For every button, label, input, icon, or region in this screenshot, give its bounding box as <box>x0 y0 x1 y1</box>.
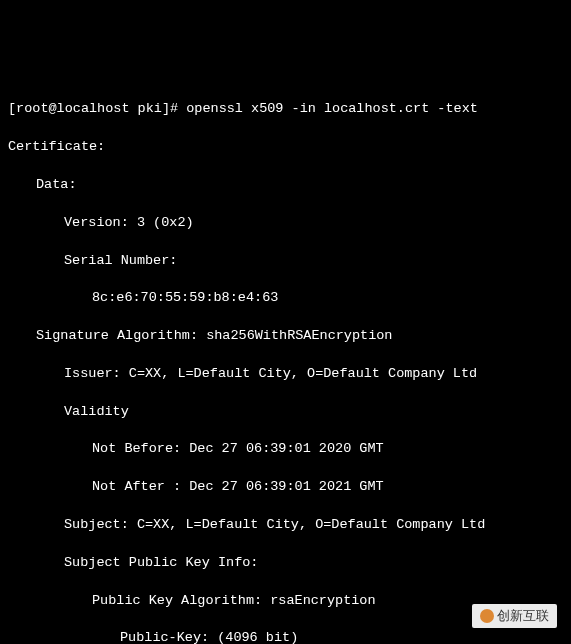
not-after-line: Not After : Dec 27 06:39:01 2021 GMT <box>8 478 563 497</box>
public-key-size: Public-Key: (4096 bit) <box>8 629 563 644</box>
data-label: Data: <box>8 176 563 195</box>
spki-label: Subject Public Key Info: <box>8 554 563 573</box>
not-before-line: Not Before: Dec 27 06:39:01 2020 GMT <box>8 440 563 459</box>
serial-number-label: Serial Number: <box>8 252 563 271</box>
certificate-header: Certificate: <box>8 138 563 157</box>
validity-label: Validity <box>8 403 563 422</box>
version-line: Version: 3 (0x2) <box>8 214 563 233</box>
subject-line: Subject: C=XX, L=Default City, O=Default… <box>8 516 563 535</box>
issuer-line: Issuer: C=XX, L=Default City, O=Default … <box>8 365 563 384</box>
signature-algorithm: Signature Algorithm: sha256WithRSAEncryp… <box>8 327 563 346</box>
watermark-text: 创新互联 <box>497 607 549 625</box>
watermark-badge: 创新互联 <box>472 604 557 628</box>
serial-number-value: 8c:e6:70:55:59:b8:e4:63 <box>8 289 563 308</box>
watermark-icon <box>480 609 494 623</box>
shell-prompt-line: [root@localhost pki]# openssl x509 -in l… <box>8 100 563 119</box>
terminal-output: [root@localhost pki]# openssl x509 -in l… <box>8 82 563 644</box>
